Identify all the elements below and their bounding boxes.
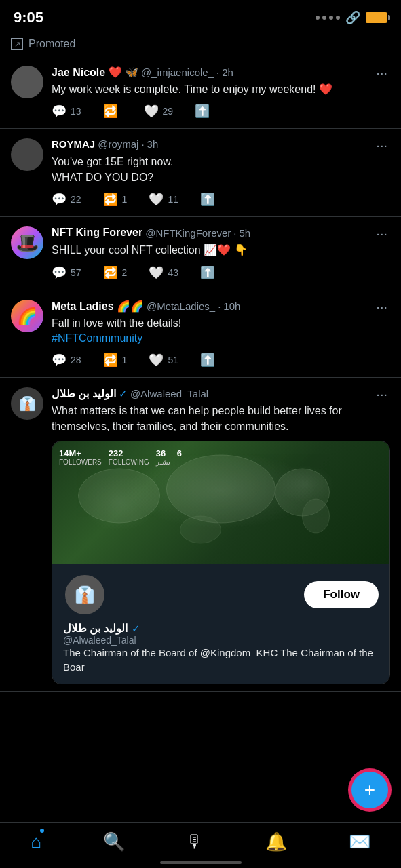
retweet-button[interactable]: 🔁 2 xyxy=(103,265,128,280)
embed-verified-badge: ✓ xyxy=(132,623,140,635)
reply-count: 57 xyxy=(71,267,81,278)
search-icon: 🔍 xyxy=(103,831,125,852)
retweet-button[interactable]: 🔁 1 xyxy=(103,353,128,368)
home-icon: ⌂ xyxy=(31,831,41,852)
tweet-alwaleed: 👔 الوليد بن طلال ✓ @Alwaleed_Talal ··· W… xyxy=(0,378,401,692)
notifications-icon: 🔔 xyxy=(265,831,287,852)
reply-count: 13 xyxy=(71,106,81,117)
tweet-roymaj: ROYMAJ @roymaj · 3h ··· You've got 15E r… xyxy=(0,129,401,217)
promoted-banner: Promoted xyxy=(0,33,401,56)
share-icon: ⬆️ xyxy=(195,104,210,119)
share-button[interactable]: ⬆️ xyxy=(200,265,215,280)
like-button[interactable]: 🤍 51 xyxy=(149,353,178,368)
tweet-header: Meta Ladies 🌈🌈 @MetaLadies_ · 10h ··· xyxy=(52,300,390,313)
status-time: 9:05 xyxy=(14,9,43,26)
retweet-icon: 🔁 xyxy=(103,265,118,280)
hashtag[interactable]: #NFTCommmunity xyxy=(52,332,142,344)
tweet-text: My work week is complete. Time to enjoy … xyxy=(52,82,390,97)
user-info: Meta Ladies 🌈🌈 @MetaLadies_ · 10h xyxy=(52,300,240,313)
nav-search[interactable]: 🔍 xyxy=(103,831,125,852)
reply-icon: 💬 xyxy=(52,104,66,119)
embed-profile-card: 14M+ FOLLOWERS 232 FOLLOWING 36 يشير 6 xyxy=(52,441,390,684)
reply-count: 28 xyxy=(71,355,81,366)
stat-label: FOLLOWERS xyxy=(59,458,102,466)
signal-icon xyxy=(316,16,340,20)
stat-followers: 14M+ FOLLOWERS xyxy=(59,448,102,466)
embed-name-row: الوليد بن طلال ✓ xyxy=(63,622,379,635)
username: @roymaj xyxy=(98,138,138,150)
tweet-text: You've got 15E right now.WHAT DO YOU DO? xyxy=(52,155,390,185)
svg-point-1 xyxy=(167,455,275,523)
user-info: ROYMAJ @roymaj · 3h xyxy=(52,138,158,150)
stat-num: 232 xyxy=(109,448,123,458)
avatar-alwaleed: 👔 xyxy=(11,387,43,420)
tweet-actions: 💬 13 🔁 🤍 29 ⬆️ xyxy=(52,104,390,119)
reply-button[interactable]: 💬 22 xyxy=(52,192,81,207)
reply-button[interactable]: 💬 13 xyxy=(52,104,81,119)
nav-spaces[interactable]: 🎙 xyxy=(186,831,204,852)
like-button[interactable]: 🤍 29 xyxy=(144,104,174,119)
more-button[interactable]: ··· xyxy=(373,300,390,313)
tweet-header: NFT King Forever @NFTKingForever · 5h ··… xyxy=(52,226,390,240)
embed-avatar: 👔 xyxy=(63,573,107,616)
tweet-text: Fall in love with the details!#NFTCommmu… xyxy=(52,316,390,347)
nav-messages[interactable]: ✉️ xyxy=(349,831,370,852)
svg-point-4 xyxy=(180,516,221,543)
reply-icon: 💬 xyxy=(52,353,66,368)
nav-notification-dot xyxy=(40,829,44,833)
reply-button[interactable]: 💬 28 xyxy=(52,353,81,368)
display-name: ROYMAJ xyxy=(52,138,95,150)
embed-username: @Alwaleed_Talal xyxy=(63,635,379,646)
tweet-header: الوليد بن طلال ✓ @Alwaleed_Talal ··· xyxy=(52,387,390,401)
tweet-text: What matters is that we can help people … xyxy=(52,403,390,434)
tweet-header: ROYMAJ @roymaj · 3h ··· xyxy=(52,138,390,152)
retweet-button[interactable]: 🔁 1 xyxy=(103,192,128,207)
like-count: 29 xyxy=(163,106,174,117)
user-info: الوليد بن طلال ✓ @Alwaleed_Talal xyxy=(52,387,208,400)
svg-point-3 xyxy=(303,499,330,533)
promoted-icon xyxy=(11,38,23,50)
retweet-count: 2 xyxy=(122,267,128,278)
battery-icon xyxy=(366,12,387,23)
share-button[interactable]: ⬆️ xyxy=(200,353,215,368)
spaces-icon: 🎙 xyxy=(186,831,204,852)
share-button[interactable]: ⬆️ xyxy=(195,104,210,119)
like-button[interactable]: 🤍 43 xyxy=(149,265,178,280)
reply-button[interactable]: 💬 57 xyxy=(52,265,81,280)
avatar-nft-king: 🎩 xyxy=(11,226,43,259)
username: @MetaLadies_ xyxy=(147,300,215,312)
more-button[interactable]: ··· xyxy=(373,138,390,152)
compose-button[interactable]: + xyxy=(349,770,390,810)
compose-icon: + xyxy=(364,779,375,801)
more-button[interactable]: ··· xyxy=(373,66,390,79)
follow-button[interactable]: Follow xyxy=(304,581,379,608)
more-button[interactable]: ··· xyxy=(373,226,390,240)
more-button[interactable]: ··· xyxy=(373,387,390,401)
like-button[interactable]: 🤍 11 xyxy=(149,192,178,207)
messages-icon: ✉️ xyxy=(349,831,370,852)
status-bar: 9:05 🔗 xyxy=(0,0,401,33)
retweet-button[interactable]: 🔁 xyxy=(103,104,122,119)
stat-label: يشير xyxy=(156,458,170,466)
share-icon: ⬆️ xyxy=(200,192,215,207)
nav-notifications[interactable]: 🔔 xyxy=(265,831,287,852)
status-icons: 🔗 xyxy=(316,10,387,25)
stat-label: FOLLOWING xyxy=(109,458,149,466)
retweet-icon: 🔁 xyxy=(103,104,118,119)
tweet-nft-king: 🎩 NFT King Forever @NFTKingForever · 5h … xyxy=(0,217,401,290)
nav-home[interactable]: ⌂ xyxy=(31,831,41,852)
share-icon: ⬆️ xyxy=(200,265,215,280)
tweet-body-alwaleed: الوليد بن طلال ✓ @Alwaleed_Talal ··· Wha… xyxy=(52,387,390,691)
embed-bio: The Chairman of the Board of @Kingdom_KH… xyxy=(63,646,379,674)
like-count: 51 xyxy=(168,355,178,366)
stat-num: 36 xyxy=(156,448,166,458)
tweet-body: Meta Ladies 🌈🌈 @MetaLadies_ · 10h ··· Fa… xyxy=(52,300,390,368)
verified-badge: ✓ xyxy=(119,388,128,400)
svg-point-0 xyxy=(79,469,160,523)
share-button[interactable]: ⬆️ xyxy=(200,192,215,207)
display-name: الوليد بن طلال xyxy=(52,387,116,400)
username: @Alwaleed_Talal xyxy=(130,388,208,399)
reply-icon: 💬 xyxy=(52,265,66,280)
tweet-jae-nicole: Jae Nicole ❤️ 🦋 @_imjaenicole_ · 2h ··· … xyxy=(0,56,401,129)
reply-count: 22 xyxy=(71,194,81,205)
